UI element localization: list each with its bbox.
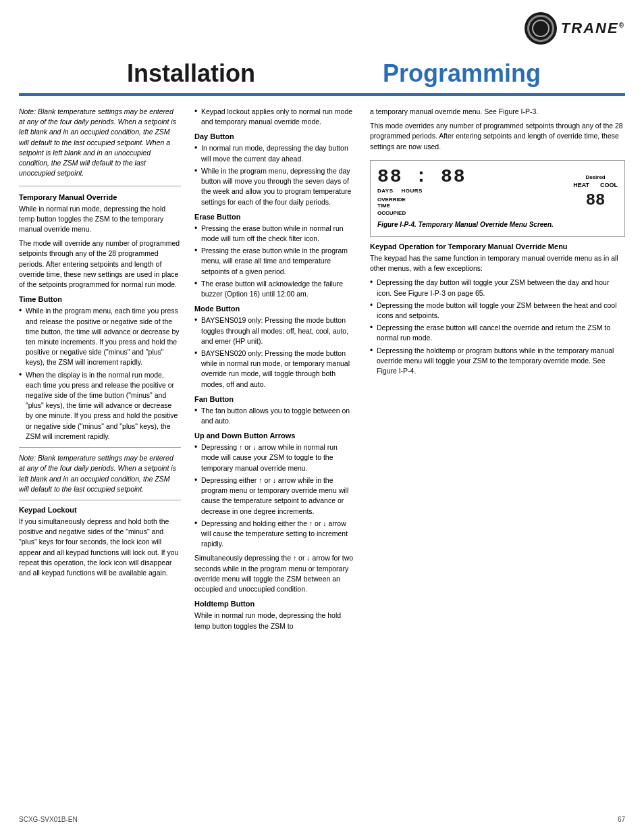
list-item: Depressing the holdtemp or program butto… (370, 346, 625, 377)
keypad-lockout-para: If you simultaneously depress and hold b… (19, 517, 181, 578)
list-item: Depressing the mode button will toggle y… (370, 301, 625, 321)
holdtemp-button-para: While in normal run mode, depressing the… (194, 610, 356, 631)
list-item: While in the program menu, each time you… (19, 306, 181, 367)
list-item: While in the program menu, depressing th… (194, 166, 356, 207)
display-right: Desired HEAT COOL 88 (573, 174, 618, 209)
figure-display: 88 : 88 DAYS HOURS OVERRIDE TIME OCCUPIE… (377, 167, 618, 216)
note-bottom: Note: Blank temperature settings may be … (19, 447, 181, 500)
doc-number: SCXG-SVX01B-EN (19, 816, 78, 823)
fan-button-list: The fan button allows you to toggle betw… (194, 406, 356, 426)
list-item: BAYSENS020 only: Pressing the mode butto… (194, 348, 356, 390)
up-down-arrows-list: Depressing ↑ or ↓ arrow while in normal … (194, 442, 356, 549)
temporary-manual-override-para1: While in normal run mode, depressing the… (19, 204, 181, 235)
day-button-list: In normal run mode, depressing the day b… (194, 143, 356, 207)
logo-area: TRANE® (525, 12, 625, 45)
keypad-lockout-heading: Keypad Lockout (19, 506, 181, 514)
time-label: TIME (377, 203, 566, 209)
erase-button-heading: Erase Button (194, 213, 356, 221)
list-item: When the display is in the normal run mo… (19, 370, 181, 442)
programming-title: Programming (369, 59, 625, 88)
temporary-manual-override-heading: Temporary Manual Override (19, 193, 181, 201)
page-number: 67 (618, 816, 625, 823)
keypad-operation-list: Depressing the day button will toggle yo… (370, 278, 625, 376)
display-middle-labels: OVERRIDE TIME OCCUPIED (377, 197, 566, 216)
note-top: Note: Blank temperature settings may be … (19, 107, 181, 186)
hours-label: HOURS (402, 188, 423, 194)
desired-label: Desired (573, 174, 618, 180)
up-down-arrows-heading: Up and Down Button Arrows (194, 432, 356, 440)
small-digits: 88 (573, 191, 618, 209)
list-item: BAYSENS019 only: Pressing the mode butto… (194, 315, 356, 346)
list-item: Pressing the erase button while in the p… (194, 246, 356, 277)
list-item: Depressing ↑ or ↓ arrow while in normal … (194, 442, 356, 473)
middle-column: Keypad lockout applies only to normal ru… (194, 107, 356, 635)
keypad-lockout-note-container: Keypad lockout applies only to normal ru… (194, 107, 356, 127)
keypad-operation-intro: The keypad has the same function in temp… (370, 253, 625, 273)
fan-button-heading: Fan Button (194, 395, 356, 403)
list-item: The erase button will acknowledge the fa… (194, 279, 356, 299)
erase-button-list: Pressing the erase button while in norma… (194, 224, 356, 300)
mode-button-heading: Mode Button (194, 305, 356, 313)
days-label: DAYS (377, 188, 394, 194)
big-digits: 88 : 88 (377, 167, 566, 186)
page-header: TRANE® (0, 0, 644, 45)
override-label: OVERRIDE (377, 197, 566, 203)
holdtemp-button-heading: Holdtemp Button (194, 600, 356, 608)
figure-box: 88 : 88 DAYS HOURS OVERRIDE TIME OCCUPIE… (370, 160, 625, 237)
title-divider (19, 93, 625, 96)
list-item: Depressing either ↑ or ↓ arrow while in … (194, 475, 356, 517)
page-footer: SCXG-SVX01B-EN 67 (19, 816, 625, 823)
temporary-manual-override-para2: The mode will override any number of pro… (19, 238, 181, 290)
title-section: Installation Programming (0, 45, 644, 88)
list-item: Depressing and holding either the ↑ or ↓… (194, 519, 356, 550)
cool-label: COOL (600, 182, 618, 188)
brand-name: TRANE® (561, 20, 625, 37)
right-column: a temporary manual override menu. See Fi… (370, 107, 625, 635)
holdtemp-continued: a temporary manual override menu. See Fi… (370, 107, 625, 117)
time-button-list: While in the program menu, each time you… (19, 306, 181, 442)
figure-caption: Figure I-P-4. Temporary Manual Override … (377, 220, 618, 230)
list-item: Depressing the day button will toggle yo… (370, 278, 625, 298)
left-column: Note: Blank temperature settings may be … (19, 107, 181, 635)
display-labels: DAYS HOURS (377, 188, 566, 194)
heat-cool-row: HEAT COOL (573, 182, 618, 188)
occupied-label: OCCUPIED (377, 210, 566, 216)
display-left: 88 : 88 DAYS HOURS OVERRIDE TIME OCCUPIE… (377, 167, 566, 216)
day-button-heading: Day Button (194, 132, 356, 140)
time-button-heading: Time Button (19, 295, 181, 303)
mode-button-list: BAYSENS019 only: Pressing the mode butto… (194, 315, 356, 390)
list-item: In normal run mode, depressing the day b… (194, 143, 356, 163)
list-item: The fan button allows you to toggle betw… (194, 406, 356, 426)
override-para: This mode overrides any number of progra… (370, 121, 625, 152)
keypad-lockout-note: Keypad lockout applies only to normal ru… (194, 107, 356, 127)
installation-title: Installation (19, 59, 369, 88)
heat-label: HEAT (573, 182, 589, 188)
list-item: Depressing the erase button will cancel … (370, 323, 625, 343)
list-item: Pressing the erase button while in norma… (194, 224, 356, 244)
simultaneously-para: Simultaneously depressing the ↑ or ↓ arr… (194, 553, 356, 594)
keypad-operation-heading: Keypad Operation for Temporary Manual Ov… (370, 242, 625, 251)
main-content: Note: Blank temperature settings may be … (0, 107, 644, 635)
trane-logo-icon (525, 12, 557, 45)
